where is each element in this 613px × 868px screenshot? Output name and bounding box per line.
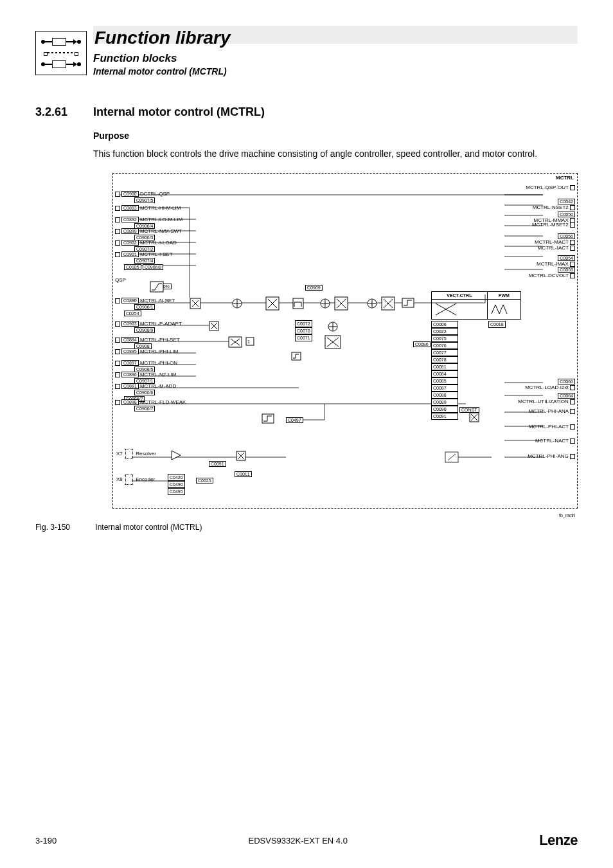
input-code: C0901 (121, 251, 139, 257)
input-row: C0896 MCTRL-N2-LIMC0907/1 (115, 372, 176, 384)
input-code: C0903 (121, 321, 139, 327)
input-row: C0898 MCTRL-FLD-WEAKC0906/7 (115, 399, 186, 411)
input-row: C0899 MCTRL-N/M-SWTC0906/3 (115, 228, 182, 240)
input-row: C0893 MCTRL-HI-M-LIM (115, 205, 181, 211)
output-label: MCTRL-LOAD-I2xt (525, 384, 569, 390)
input-label: QSP (115, 277, 126, 283)
output-label: MCTRL-DCVOLT (529, 273, 569, 278)
input-row: C0900 DCTRL-QSPC0907/5 (115, 191, 170, 203)
vect-param: C0081 (431, 363, 458, 370)
output-label: MCTRL-QSP-OUT (526, 185, 569, 190)
input-label: MCTRL-LO-M-LIM (140, 217, 182, 222)
input-row: C0897 MCTRL-PHI-ONC0908/5 (115, 360, 177, 372)
output-code: C0050 (558, 212, 575, 217)
input-code: C0896 (121, 372, 139, 377)
vect-param: C0090 (431, 406, 458, 413)
encoder-c1: C0490 (168, 481, 185, 488)
mid-c0072: C0072 (295, 320, 312, 327)
mid-c0909: C0909 (305, 285, 323, 291)
svg-rect-75 (402, 298, 414, 307)
page-subtitle1: Function blocks (93, 52, 578, 65)
resolver-label: Resolver (136, 451, 156, 457)
input-code: C0892 (121, 217, 139, 222)
pwm-c0018: C0018 (488, 321, 506, 328)
purpose-heading: Purpose (93, 131, 578, 141)
input-mon: C0906/6 (134, 390, 155, 395)
output-code: C0064 (558, 393, 575, 399)
purpose-text: This function block controls the drive m… (93, 147, 578, 160)
doc-id: EDSVS9332K-EXT EN 4.0 (248, 836, 347, 845)
output-label: MCTRL-PHI-ACT (529, 424, 569, 429)
vect-param: C0078 (431, 356, 458, 363)
output-label: MCTRL-IMAX (537, 261, 569, 267)
input-code: C0895 (121, 348, 139, 354)
input-label: MCTRL-PHI-ON (140, 360, 177, 366)
output-row: MCTRL-PHI-ACT (529, 424, 575, 429)
page-subtitle2: Internal motor control (MCTRL) (93, 66, 578, 77)
input-mon: C0907/5 (134, 197, 155, 203)
output-label: MCTRL-MSET2 (532, 222, 569, 228)
vect-param: C0088 (431, 392, 458, 399)
page-title: Function library (93, 28, 578, 48)
brand-logo: Lenze (539, 832, 578, 849)
block-title-label: MCTRL (556, 175, 574, 181)
figure-number: Fig. 3-150 (35, 523, 93, 532)
input-row: C0894 MCTRL-PHI-SETC0908 (115, 337, 180, 349)
vect-param: C0089 (431, 399, 458, 406)
output-label: MCTRL-NACT (535, 438, 569, 444)
input-code: C0891 (121, 383, 139, 389)
mid-c0071: C0071 (295, 334, 312, 341)
input-extra: C0105 (124, 264, 141, 270)
svg-marker-47 (172, 451, 181, 460)
output-code: C0054 (558, 255, 575, 261)
input-label: MCTRL-M-ADD (140, 383, 176, 389)
mid-c0497: C0497 (286, 417, 303, 423)
output-row: MCTRL-QSP-OUT (526, 185, 575, 190)
input-code: C0902 (121, 240, 139, 246)
encoder-port: X8 (116, 476, 123, 482)
vect-param: C0075 (431, 335, 458, 342)
input-label: MCTRL-PHI-SET (140, 337, 180, 343)
section-number: 3.2.61 (35, 105, 93, 119)
encoder-label: Encoder (136, 476, 155, 482)
input-mon: C0906/7 (134, 406, 155, 411)
input-extra2: C0906/9 (143, 264, 163, 270)
input-code: C0894 (121, 337, 139, 343)
block-diagram: MCTRL fb_mctrl C0900 DCTRL-QSPC0907/5C08… (93, 169, 582, 516)
input-row: C0903 MCTRL-P-ADAPTC0908/9 (115, 321, 182, 333)
input-label: MCTRL-N2-LIM (140, 372, 176, 377)
svg-rect-84 (292, 352, 301, 360)
output-row: C0064MCTRL-UTILIZATION (518, 393, 575, 404)
input-code: C0890 (121, 298, 139, 303)
vect-param: C0085 (431, 377, 458, 384)
section-title: Internal motor control (MCTRL) (93, 105, 265, 119)
vect-param: C0022 (431, 328, 458, 335)
encoder-c4: C0011 (235, 471, 252, 477)
encoder-c0: C0420 (168, 474, 185, 481)
output-label: MCTRL-UTILIZATION (518, 399, 569, 404)
input-label: MCTRL-I-LOAD (140, 240, 177, 246)
vect-param: C0084 (431, 370, 458, 377)
output-row: MCTRL-PHI-ANG (528, 453, 575, 459)
input-extra: C0254 (124, 311, 141, 316)
output-code: C0056 (558, 233, 575, 239)
input-mon: C0908/9 (134, 327, 155, 333)
svg-rect-51 (262, 414, 274, 423)
input-row: C0890 MCTRL-N-SETC0906/1C0254 (115, 298, 175, 316)
vect-param: C0076 (431, 342, 458, 349)
input-row: C0902 MCTRL-I-LOADC0907/2 (115, 240, 177, 252)
input-label: MCTRL-PHI-LIM (140, 348, 179, 354)
resolver-port: X7 (116, 451, 123, 457)
input-row: C0901 MCTRL-I-SETC0907/4C0105 C0906/9 (115, 251, 173, 270)
output-label: MCTRL-IACT (537, 245, 568, 251)
input-label: MCTRL-I-SET (140, 251, 173, 257)
output-row: C0042MCTRL-NSET2 (533, 199, 575, 210)
vect-param: C0091 (431, 413, 458, 420)
input-row: C0895 MCTRL-PHI-LIM (115, 348, 178, 354)
output-label: MCTRL-MACT (535, 239, 569, 245)
pwm-label: PWM (488, 292, 520, 299)
output-label: MCTRL-NSET2 (533, 204, 569, 210)
figure-caption: Internal motor control (MCTRL) (95, 523, 202, 532)
vect-ctrl-label: VECT-CTRL (432, 292, 488, 299)
vect-param: C0006 (431, 321, 458, 328)
